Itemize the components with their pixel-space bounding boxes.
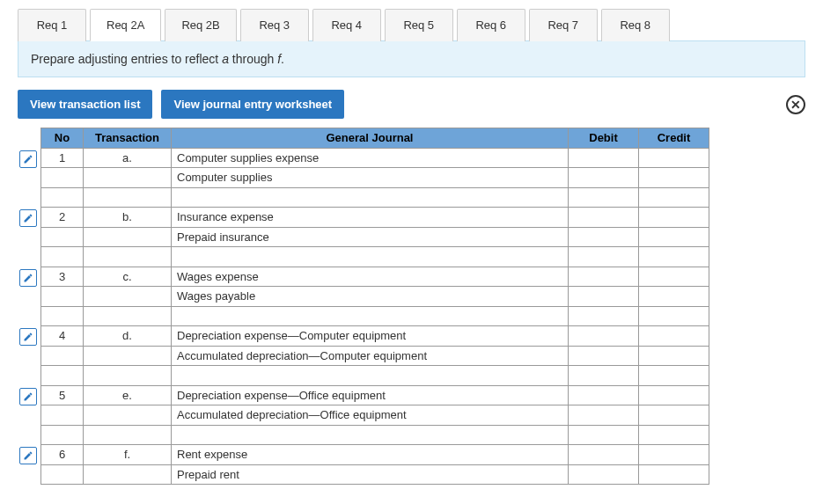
cell-credit[interactable] [639, 247, 709, 267]
cell-credit[interactable] [639, 385, 709, 405]
cell-no[interactable]: 2 [41, 208, 84, 228]
cell-no[interactable]: 4 [41, 326, 84, 347]
cell-debit[interactable] [569, 385, 639, 405]
cell-debit[interactable] [569, 306, 639, 326]
cell-debit[interactable] [569, 267, 639, 287]
cell-general-journal[interactable]: Insurance expense [172, 208, 569, 228]
tab-req-7[interactable]: Req 7 [529, 9, 598, 41]
edit-entry-button[interactable] [19, 388, 37, 405]
cell-transaction[interactable] [84, 168, 172, 188]
cell-no[interactable] [41, 464, 84, 485]
cell-debit[interactable] [569, 168, 639, 188]
cell-transaction[interactable]: a. [84, 148, 172, 168]
cell-credit[interactable] [639, 346, 709, 366]
view-journal-worksheet-button[interactable]: View journal entry worksheet [161, 90, 344, 119]
cell-general-journal[interactable] [172, 247, 569, 267]
cell-no[interactable] [41, 366, 84, 386]
cell-general-journal[interactable] [172, 187, 569, 208]
cell-credit[interactable] [639, 326, 709, 347]
cell-transaction[interactable] [84, 247, 172, 267]
cell-debit[interactable] [569, 366, 639, 386]
view-transaction-list-button[interactable]: View transaction list [18, 90, 152, 119]
cell-credit[interactable] [639, 148, 709, 168]
cell-transaction[interactable] [84, 425, 172, 445]
cell-no[interactable] [41, 227, 84, 247]
cell-no[interactable]: 3 [41, 267, 84, 287]
cell-credit[interactable] [639, 405, 709, 426]
tab-req-8[interactable]: Req 8 [601, 9, 670, 41]
tab-req-5[interactable]: Req 5 [385, 9, 453, 41]
cell-debit[interactable] [569, 227, 639, 247]
cell-transaction[interactable] [84, 346, 172, 366]
cell-general-journal[interactable]: Accumulated depreciation—Computer equipm… [172, 346, 569, 366]
cell-transaction[interactable]: e. [84, 385, 172, 405]
cell-debit[interactable] [569, 287, 639, 307]
cell-transaction[interactable] [84, 187, 172, 208]
cell-credit[interactable] [639, 208, 709, 228]
cell-transaction[interactable]: c. [84, 267, 172, 287]
cell-debit[interactable] [569, 326, 639, 347]
cell-general-journal[interactable]: Depreciation expense—Computer equipment [172, 326, 569, 347]
cell-transaction[interactable] [84, 464, 172, 485]
cell-general-journal[interactable] [172, 306, 569, 326]
cell-credit[interactable] [639, 445, 709, 465]
cell-no[interactable]: 6 [41, 445, 84, 465]
edit-entry-button[interactable] [19, 209, 37, 227]
cell-general-journal[interactable]: Prepaid rent [172, 464, 569, 485]
cell-no[interactable] [41, 287, 84, 307]
cell-debit[interactable] [569, 425, 639, 445]
cell-debit[interactable] [569, 464, 639, 485]
cell-debit[interactable] [569, 187, 639, 208]
cell-credit[interactable] [639, 187, 709, 208]
cell-debit[interactable] [569, 208, 639, 228]
cell-debit[interactable] [569, 346, 639, 366]
cell-transaction[interactable] [84, 405, 172, 426]
cell-general-journal[interactable]: Rent expense [172, 445, 569, 465]
cell-debit[interactable] [569, 247, 639, 267]
cell-no[interactable] [41, 425, 84, 445]
cell-general-journal[interactable]: Depreciation expense—Office equipment [172, 385, 569, 405]
cell-general-journal[interactable]: Wages payable [172, 287, 569, 307]
cell-transaction[interactable]: b. [84, 208, 172, 228]
tab-req-2a[interactable]: Req 2A [90, 9, 161, 41]
tab-req-2b[interactable]: Req 2B [165, 9, 236, 41]
cell-no[interactable] [41, 405, 84, 426]
cell-debit[interactable] [569, 445, 639, 465]
cell-credit[interactable] [639, 227, 709, 247]
cell-transaction[interactable] [84, 306, 172, 326]
edit-entry-button[interactable] [19, 447, 37, 464]
cell-credit[interactable] [639, 366, 709, 386]
edit-entry-button[interactable] [19, 150, 37, 168]
cell-credit[interactable] [639, 267, 709, 287]
cell-general-journal[interactable] [172, 366, 569, 386]
cell-no[interactable]: 1 [41, 148, 84, 168]
tab-req-4[interactable]: Req 4 [312, 9, 381, 41]
cell-credit[interactable] [639, 464, 709, 485]
cell-transaction[interactable] [84, 287, 172, 307]
cell-general-journal[interactable]: Prepaid insurance [172, 227, 569, 247]
cell-credit[interactable] [639, 168, 709, 188]
cell-credit[interactable] [639, 425, 709, 445]
cell-credit[interactable] [639, 306, 709, 326]
tab-req-3[interactable]: Req 3 [240, 9, 309, 41]
cell-no[interactable]: 5 [41, 385, 84, 405]
cell-transaction[interactable]: d. [84, 326, 172, 347]
cell-credit[interactable] [639, 287, 709, 307]
edit-entry-button[interactable] [19, 269, 37, 287]
cell-transaction[interactable] [84, 227, 172, 247]
cell-general-journal[interactable]: Wages expense [172, 267, 569, 287]
cell-no[interactable] [41, 247, 84, 267]
cell-no[interactable] [41, 346, 84, 366]
cell-no[interactable] [41, 168, 84, 188]
cell-general-journal[interactable] [172, 425, 569, 445]
cell-debit[interactable] [569, 405, 639, 426]
edit-entry-button[interactable] [19, 328, 37, 346]
cell-no[interactable] [41, 306, 84, 326]
cell-no[interactable] [41, 187, 84, 208]
close-icon[interactable]: ✕ [786, 95, 805, 114]
tab-req-1[interactable]: Req 1 [18, 9, 86, 41]
cell-general-journal[interactable]: Accumulated depreciation—Office equipmen… [172, 405, 569, 426]
cell-general-journal[interactable]: Computer supplies expense [172, 148, 569, 168]
tab-req-6[interactable]: Req 6 [457, 9, 525, 41]
cell-transaction[interactable]: f. [84, 445, 172, 465]
